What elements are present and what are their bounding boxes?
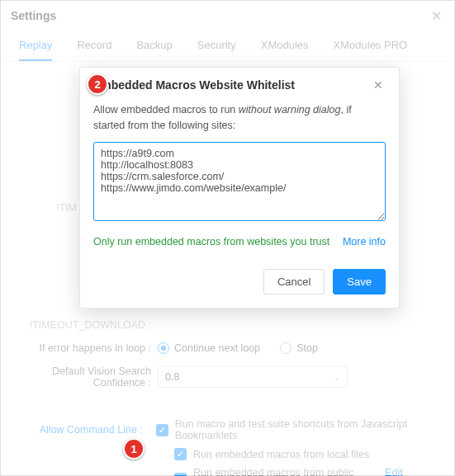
modal-title: Embedded Macros Website Whitelist: [93, 78, 295, 92]
modal-close-icon[interactable]: ✕: [371, 78, 386, 92]
callout-badge-2: 2: [87, 73, 108, 95]
whitelist-modal: Embedded Macros Website Whitelist ✕ Allo…: [79, 67, 400, 309]
modal-description: Allow embedded macros to run without war…: [93, 102, 386, 134]
cancel-button[interactable]: Cancel: [263, 269, 325, 295]
callout-badge-1: 1: [123, 438, 145, 460]
more-info-link[interactable]: More info: [343, 236, 386, 247]
whitelist-textarea[interactable]: [93, 142, 386, 221]
trust-hint: Only run embedded macros from websites y…: [93, 236, 329, 247]
save-button[interactable]: Save: [333, 269, 386, 295]
